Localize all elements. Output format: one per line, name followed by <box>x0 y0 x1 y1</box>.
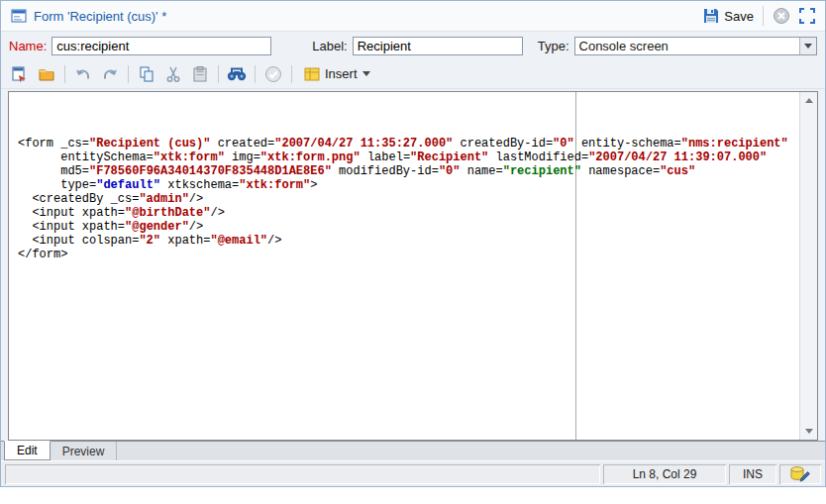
paste-icon <box>191 65 209 83</box>
arrow-up-icon <box>805 98 813 103</box>
code-area[interactable]: <form _cs="Recipient (cus)" created="200… <box>9 92 799 440</box>
code-line: <input colspan="2" xpath="@email"/> <box>18 234 799 248</box>
validate-check-icon <box>264 65 282 83</box>
form-window-icon <box>11 8 27 24</box>
toolbar-separator <box>218 65 219 83</box>
code-line: <createdBy _cs="admin"/> <box>18 192 799 206</box>
arrow-down-icon <box>805 429 813 434</box>
binoculars-icon <box>227 66 247 82</box>
insert-mode-indicator: INS <box>729 464 776 484</box>
code-line: </form> <box>18 248 799 261</box>
open-folder-icon <box>38 65 55 83</box>
scroll-down-button[interactable] <box>800 423 817 440</box>
new-form-button[interactable] <box>7 62 33 86</box>
edit-toolbar: Insert <box>1 59 825 89</box>
xml-source-editor: <form _cs="Recipient (cus)" created="200… <box>8 91 818 441</box>
titlebar-separator <box>763 6 764 26</box>
status-bar: Ln 8, Col 29 INS <box>1 460 825 486</box>
scroll-up-button[interactable] <box>800 92 817 109</box>
cut-icon <box>164 65 182 83</box>
code-line: <input xpath="@gender"/> <box>18 220 799 234</box>
open-button[interactable] <box>34 62 59 86</box>
database-edit-icon <box>789 465 811 482</box>
insert-button[interactable]: Insert <box>297 62 377 86</box>
label-input[interactable] <box>353 37 523 55</box>
window-title: Form 'Recipient (cus)' * <box>34 9 166 24</box>
code-line: entitySchema="xtk:form" img="xtk:form.pn… <box>18 151 799 164</box>
undo-button[interactable] <box>70 62 96 86</box>
save-button[interactable]: Save <box>703 8 754 24</box>
validate-button[interactable] <box>260 62 286 86</box>
toolbar-separator <box>291 65 292 83</box>
save-label: Save <box>724 9 754 24</box>
save-icon <box>703 8 719 24</box>
vertical-scrollbar[interactable] <box>799 92 817 440</box>
new-form-icon <box>11 65 29 83</box>
code-line: type="default" xtkschema="xtk:form"> <box>18 178 799 192</box>
fullscreen-icon[interactable] <box>799 8 815 24</box>
toolbar-separator <box>255 65 256 83</box>
copy-icon <box>138 65 155 83</box>
fields-bar: Name: Label: Type: Console screen <box>1 32 825 59</box>
redo-icon <box>101 65 119 83</box>
bottom-tabs: Edit Preview <box>1 441 825 460</box>
form-editor-window: Form 'Recipient (cus)' * Save Name: Labe… <box>0 0 826 487</box>
title-bar: Form 'Recipient (cus)' * Save <box>1 1 825 32</box>
tab-preview[interactable]: Preview <box>51 442 118 460</box>
code-line: <input xpath="@birthDate"/> <box>18 206 799 220</box>
type-select-value: Console screen <box>579 39 669 53</box>
code-line: <form _cs="Recipient (cus)" created="200… <box>18 137 799 151</box>
find-button[interactable] <box>224 62 250 86</box>
undo-icon <box>74 65 92 83</box>
chevron-down-icon <box>804 44 812 49</box>
insert-icon <box>304 66 320 82</box>
toolbar-separator <box>128 65 129 83</box>
label-label: Label: <box>312 39 347 53</box>
redo-button[interactable] <box>97 62 123 86</box>
name-label: Name: <box>9 39 47 53</box>
name-input[interactable] <box>52 37 271 55</box>
type-select[interactable]: Console screen <box>574 37 817 55</box>
cursor-position: Ln 8, Col 29 <box>603 464 726 484</box>
close-icon[interactable] <box>773 7 790 25</box>
insert-label: Insert <box>325 66 358 81</box>
copy-button[interactable] <box>134 62 159 86</box>
code-line: md5="F78560F96A34014370F835448D1AE8E6" m… <box>18 164 799 178</box>
toolbar-separator <box>64 65 65 83</box>
chevron-down-icon <box>362 71 370 76</box>
database-status-panel <box>779 464 821 484</box>
type-select-arrow[interactable] <box>799 38 816 54</box>
tab-edit[interactable]: Edit <box>4 441 51 460</box>
paste-button[interactable] <box>187 62 213 86</box>
type-label: Type: <box>538 39 569 53</box>
status-message-panel <box>5 464 600 484</box>
cut-button[interactable] <box>160 62 186 86</box>
